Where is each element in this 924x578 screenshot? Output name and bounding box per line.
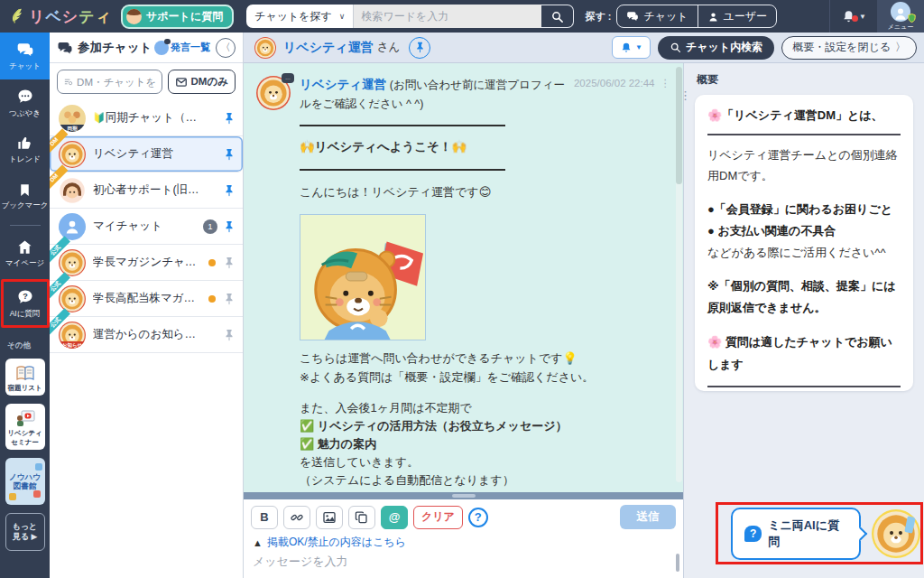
message-input-wrap [253, 554, 674, 577]
notebook-icon [14, 362, 37, 384]
search-in-chat-button[interactable]: チャット内検索 [658, 36, 774, 60]
pin-icon[interactable] [223, 220, 236, 233]
chat-notification-setting-button[interactable]: ▼ [612, 36, 651, 59]
chat-list-item-gakucho-magazine[interactable]: 公式 学長マガジンチャ… [50, 245, 243, 281]
mini-ai-question-button[interactable]: ? ミニ両AIに質問 [731, 508, 861, 560]
bell-icon [620, 42, 633, 54]
member-shield-badge [907, 13, 917, 23]
search-submit-button[interactable] [541, 5, 574, 28]
pin-chat-button[interactable] [409, 37, 430, 59]
message-author-avatar[interactable]: … [256, 76, 291, 110]
sidebar-item-mypage[interactable]: マイページ [0, 230, 50, 277]
body-text: （システムによる自動配信となります） [300, 471, 670, 489]
dm-only-button[interactable]: DMのみ [168, 70, 236, 94]
chat-list-item-douki[interactable]: 同期 🔰同期チャット（… [50, 100, 243, 136]
help-button[interactable]: ? [468, 508, 488, 527]
sidebar-item-trend[interactable]: トレンド [0, 126, 50, 173]
home-icon [16, 238, 33, 256]
panel-resize-handle[interactable]: ⋮ [679, 89, 689, 102]
chat-filter-input[interactable] [77, 77, 155, 88]
decor-square [9, 493, 16, 500]
message-menu-button[interactable]: ⋮ [661, 76, 671, 92]
sidebar-item-bookmark[interactable]: ブックマーク [0, 173, 50, 220]
lion-mascot-image[interactable] [300, 214, 426, 340]
person-icon [63, 218, 81, 236]
pin-icon[interactable] [223, 256, 236, 269]
greeting-text: こんにちは！リベシティ運営です😊 [300, 183, 670, 201]
sidebar-divider [10, 225, 41, 226]
chat-avatar: お知らせ [59, 322, 86, 349]
warning-triangle-icon: ▲ [253, 537, 263, 548]
account-menu-button[interactable]: メニュー [877, 0, 924, 33]
mini-ai-lion-avatar[interactable] [872, 509, 920, 558]
chat-icon [626, 10, 639, 23]
pin-icon[interactable] [223, 293, 236, 305]
message: … リベシティ運営 (お問い合わせ前に運営プロフィールをご確認ください ^ ^)… [256, 76, 670, 489]
collapse-panel-button[interactable]: 〈 [216, 38, 236, 58]
send-button[interactable]: 送信 [620, 505, 676, 529]
decor-square [35, 463, 42, 471]
app-logo[interactable]: リベシティ [0, 6, 112, 27]
support-question-button[interactable]: サポートに質問 [121, 5, 234, 29]
question-bubble-icon: ? [744, 526, 762, 542]
global-search: チャットを探す ∨ [246, 5, 574, 28]
statements-link[interactable]: 発言一覧 [154, 41, 210, 55]
chat-title-suffix: さん [377, 40, 401, 55]
textarea-scrollbar-thumb[interactable] [676, 554, 679, 572]
search-input[interactable] [354, 5, 541, 28]
pin-icon[interactable] [223, 148, 236, 161]
pin-icon[interactable] [223, 112, 236, 125]
notifications-button[interactable]: ▼ [829, 0, 877, 33]
bold-button[interactable]: B [251, 506, 278, 529]
search-scope-select[interactable]: チャットを探す ∨ [246, 5, 354, 28]
topbar-right: ▼ メニュー [829, 0, 924, 33]
chat-list-item-libecity-admin[interactable]: DM リベシティ運営 [50, 136, 243, 172]
message-input[interactable] [253, 554, 674, 573]
chat-list-item-admin-news[interactable]: 公式 お知らせ 運営からのお知ら… [50, 317, 243, 353]
lion-avatar [254, 37, 276, 59]
search-target-user-button[interactable]: ユーザー [698, 5, 777, 27]
chat-avatar[interactable] [254, 37, 276, 59]
sidebar-item-ask-ai[interactable]: AIに質問 [4, 282, 47, 325]
sidebar-more-button[interactable]: もっと 見る ▶ [5, 513, 45, 551]
chevron-down-icon: ▼ [859, 13, 866, 21]
message-author-link[interactable]: リベシティ運営 [300, 78, 386, 91]
scrollbar-thumb[interactable] [676, 67, 682, 184]
template-copy-button[interactable] [348, 506, 375, 529]
sidebar-tile-homework-list[interactable]: 宿題リスト [5, 359, 45, 396]
chat-list-item-dividend-magazine[interactable]: 公式 学長高配当株マガ… [50, 281, 243, 317]
sidebar-other-label: その他 [0, 340, 31, 351]
lion-avatar [59, 141, 86, 168]
clear-button[interactable]: クリア [413, 506, 463, 529]
chat-list-item-beginner-support[interactable]: DM 初心者サポート(旧… [50, 172, 243, 209]
overview-subtitle: 🌸 質問は適したチャットでお願いします [707, 331, 901, 376]
pin-icon [414, 42, 426, 53]
support-avatar [126, 9, 142, 24]
chevron-down-icon: ∨ [339, 12, 346, 21]
chat-title-link[interactable]: リベシティ運営 [283, 40, 374, 56]
sidebar-item-chat[interactable]: チャット [0, 33, 50, 79]
composer-resize-handle[interactable] [244, 492, 683, 499]
sidebar-item-tweet[interactable]: つぶやき [0, 79, 50, 126]
avatar [154, 41, 169, 55]
chat-avatar [59, 141, 86, 168]
chat-avatar [59, 177, 86, 204]
search-target-chat-button[interactable]: チャット [617, 5, 697, 27]
sidebar-tile-knowhow-library[interactable]: ノウハウ図書館 [5, 458, 45, 505]
close-overview-button[interactable]: 概要・設定を閉じる 〉 [781, 36, 917, 60]
pin-icon[interactable] [223, 329, 236, 341]
pin-icon[interactable] [223, 184, 236, 197]
mention-button[interactable]: @ [381, 506, 408, 529]
chat-list-title: 参加チャット [78, 40, 152, 56]
lion-avatar [59, 285, 86, 312]
chat-list-item-my-chat[interactable]: マイチャット 1 [50, 209, 243, 245]
chat-header-actions: ▼ チャット内検索 概要・設定を閉じる 〉 [612, 36, 917, 60]
divider-line [300, 125, 505, 126]
image-button[interactable] [316, 506, 343, 529]
chat-list-header: 参加チャット 発言一覧 〈 [50, 33, 243, 63]
link-button[interactable] [283, 506, 310, 529]
posting-guideline-link[interactable]: ▲ 掲載OK/禁止の内容はこちら [244, 533, 683, 552]
sidebar: チャット つぶやき トレンド ブックマーク マイページ AIに質問 その他 [0, 33, 50, 578]
overview-bullet: ●「会員登録」に関わるお困りごと [707, 199, 901, 221]
sidebar-tile-seminar[interactable]: リベシティセミナー [5, 404, 45, 450]
